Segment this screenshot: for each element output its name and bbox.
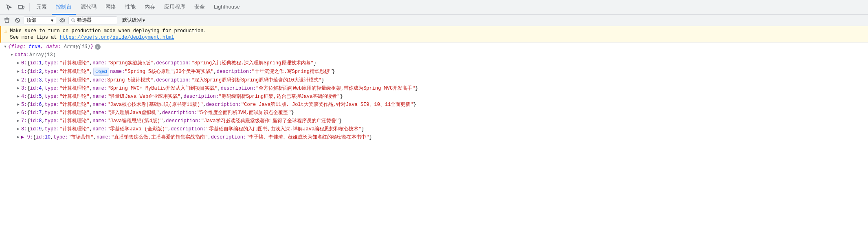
item2-toggle[interactable]: [16, 78, 20, 82]
json-item-5: 5: { id: 6, type: "计算机理论", name: "Java核心…: [3, 101, 865, 109]
root-label: {flag: true, data: Array(13)}: [8, 43, 93, 51]
tab-security[interactable]: 安全: [190, 0, 209, 15]
json-item-0: 0: { id: 1, type: "计算机理论", name: "Spring…: [3, 59, 865, 67]
tab-sources[interactable]: 源代码: [77, 0, 101, 15]
filter-search-icon: [71, 18, 75, 22]
svg-point-7: [72, 19, 74, 21]
tab-console[interactable]: 控制台: [52, 0, 76, 15]
json-item-1: 1: { id: 2, type: "计算机理论", Object name: …: [3, 67, 865, 76]
clear-console-btn[interactable]: [2, 16, 11, 25]
info-icon[interactable]: i: [95, 44, 101, 50]
warning-text: Make sure to turn on production mode whe…: [10, 28, 865, 41]
warning-line2: See more tips at https://vuejs.org/guide…: [10, 34, 865, 41]
root-toggle[interactable]: [3, 45, 7, 49]
dropdown-arrow-icon: ▾: [51, 18, 53, 23]
json-item-7: 7: { id: 8, type: "计算机理论", name: "Java编程…: [3, 117, 865, 125]
warning-line1: Make sure to turn on production mode whe…: [10, 28, 865, 34]
data-key: data:: [15, 51, 29, 59]
block-btn[interactable]: [13, 16, 22, 25]
item5-toggle[interactable]: [16, 103, 20, 107]
svg-line-8: [74, 21, 75, 22]
svg-point-5: [60, 19, 65, 22]
location-dropdown[interactable]: 顶部 ▾: [24, 16, 56, 24]
flag-key: flag:: [11, 44, 29, 50]
level-dropdown[interactable]: 默认级别 ▾: [122, 17, 145, 24]
json-item-6: 6: { id: 7, type: "计算机理论", name: "深入理解Ja…: [3, 109, 865, 117]
json-item-3: 3: { id: 4, type: "计算机理论", name: "Spring…: [3, 84, 865, 92]
tab-memory[interactable]: 内存: [141, 0, 159, 15]
object-badge[interactable]: Object: [93, 68, 109, 76]
tab-network[interactable]: 网络: [101, 0, 120, 15]
json-root-row: {flag: true, data: Array(13)} i: [3, 43, 865, 51]
svg-point-6: [62, 20, 63, 21]
tab-application[interactable]: 应用程序: [160, 0, 189, 15]
tab-elements[interactable]: 元素: [32, 0, 51, 15]
json-tree: {flag: true, data: Array(13)} i data: Ar…: [0, 43, 868, 141]
svg-rect-1: [22, 6, 24, 8]
item8-toggle[interactable]: [16, 127, 20, 131]
item6-toggle[interactable]: [16, 111, 20, 115]
cursor-icon-btn[interactable]: [3, 2, 15, 13]
json-data-row: data: Array(13): [3, 51, 865, 59]
data-type: Array(13): [29, 51, 56, 59]
nav-separator-1: [29, 3, 30, 11]
console-toolbar: 顶部 ▾ 筛选器 默认级别 ▾: [0, 15, 868, 26]
level-arrow-icon: ▾: [143, 18, 145, 23]
top-nav-bar: 元素 控制台 源代码 网络 性能 内存 应用程序 安全 Lighthouse: [0, 0, 868, 15]
json-item-9: ▶ 9: { id: 10, type: "市场营销", name: "直播销售…: [3, 133, 865, 141]
svg-line-4: [16, 19, 19, 22]
json-item-2: 2: { id: 3, type: "计算机理论", name: Spring …: [3, 76, 865, 84]
tab-lighthouse[interactable]: Lighthouse: [210, 0, 244, 15]
svg-rect-0: [18, 5, 22, 8]
device-icon-btn[interactable]: [15, 2, 27, 13]
json-item-8: 8: { id: 9, type: "计算机理论", name: "零基础学Ja…: [3, 125, 865, 133]
item0-toggle[interactable]: [16, 61, 20, 65]
level-label: 默认级别: [122, 17, 142, 24]
warning-link[interactable]: https://vuejs.org/guide/deployment.html: [60, 35, 174, 40]
filter-input[interactable]: 筛选器: [68, 16, 117, 24]
item7-toggle[interactable]: [16, 119, 20, 123]
eye-icon-btn[interactable]: [58, 16, 67, 25]
item1-toggle[interactable]: [16, 70, 20, 74]
json-item-4: 4: { id: 5, type: "计算机理论", name: "轻量级Jav…: [3, 92, 865, 101]
filter-label: 筛选器: [77, 17, 92, 24]
item3-toggle[interactable]: [16, 86, 20, 90]
location-label: 顶部: [26, 17, 36, 24]
console-area: ⚠ Make sure to turn on production mode w…: [0, 26, 868, 141]
warning-icon: ⚠: [4, 28, 7, 35]
item4-toggle[interactable]: [16, 95, 20, 99]
tab-performance[interactable]: 性能: [121, 0, 140, 15]
warning-message: ⚠ Make sure to turn on production mode w…: [0, 26, 868, 43]
data-toggle[interactable]: [10, 53, 14, 57]
item9-toggle[interactable]: [16, 135, 20, 139]
